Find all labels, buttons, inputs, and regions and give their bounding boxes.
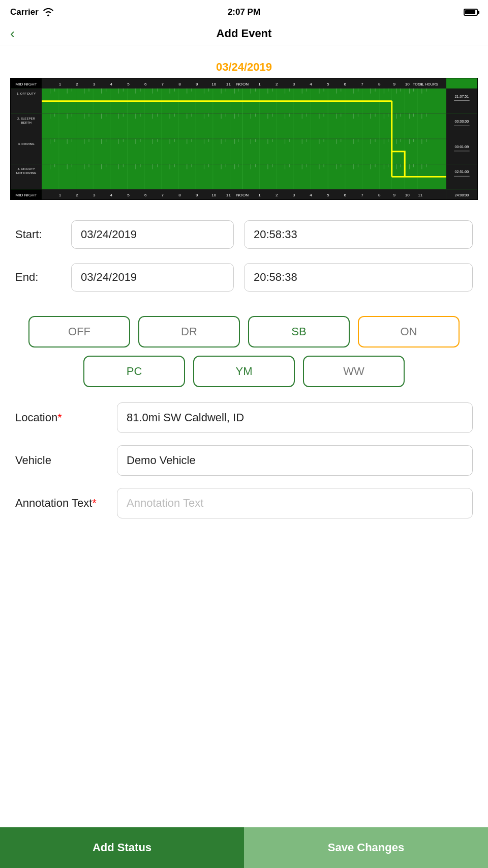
dr-button[interactable]: DR (138, 316, 240, 348)
add-status-button[interactable]: Add Status (0, 827, 244, 868)
svg-text:11: 11 (226, 193, 231, 197)
fields-section: Location* Vehicle Annotation Text* (0, 402, 488, 518)
vehicle-label: Vehicle (15, 454, 117, 467)
pc-button[interactable]: PC (83, 356, 185, 387)
svg-text:3: 3 (93, 193, 96, 197)
start-date-input[interactable] (71, 220, 234, 249)
svg-text:2: 2 (76, 82, 78, 86)
svg-text:6: 6 (144, 193, 147, 197)
ww-button[interactable]: WW (303, 356, 405, 387)
svg-text:9: 9 (393, 82, 396, 86)
svg-text:5: 5 (127, 82, 130, 86)
svg-text:MID NIGHT: MID NIGHT (15, 193, 37, 197)
annotation-input[interactable] (117, 488, 473, 518)
location-input[interactable] (117, 402, 473, 433)
back-button[interactable]: ‹ (10, 26, 15, 41)
svg-text:7: 7 (361, 82, 363, 86)
svg-text:3. DRIVING: 3. DRIVING (18, 142, 35, 146)
start-row: Start: (15, 220, 473, 249)
ym-button[interactable]: YM (193, 356, 295, 387)
svg-text:7: 7 (162, 82, 164, 86)
svg-text:8: 8 (378, 193, 381, 197)
svg-text:24:00:00: 24:00:00 (455, 193, 469, 197)
hos-chart: MID NIGHT TOTAL HOURS 1 2 3 4 5 6 7 8 9 … (10, 78, 478, 200)
svg-text:7: 7 (361, 193, 363, 197)
svg-text:1: 1 (258, 193, 261, 197)
svg-rect-258 (446, 89, 477, 114)
svg-text:5: 5 (327, 193, 329, 197)
save-changes-button[interactable]: Save Changes (244, 827, 488, 868)
svg-text:4: 4 (110, 82, 113, 86)
nav-bar: ‹ Add Event (0, 22, 488, 45)
start-time-input[interactable] (244, 220, 473, 249)
svg-text:2: 2 (76, 193, 78, 197)
location-row: Location* (15, 402, 473, 433)
svg-text:1: 1 (258, 82, 261, 86)
svg-text:6: 6 (144, 82, 147, 86)
annotation-row: Annotation Text* (15, 488, 473, 518)
end-date-input[interactable] (71, 263, 234, 292)
svg-text:8: 8 (378, 82, 381, 86)
svg-text:10: 10 (211, 82, 217, 86)
date-time-form: Start: End: (0, 210, 488, 316)
svg-text:00:00:00: 00:00:00 (455, 120, 469, 123)
svg-text:6: 6 (344, 193, 347, 197)
svg-text:21:07:51: 21:07:51 (455, 95, 469, 98)
svg-text:8: 8 (178, 82, 181, 86)
annotation-label: Annotation Text* (15, 497, 117, 510)
svg-text:5: 5 (127, 193, 130, 197)
hos-chart-svg: MID NIGHT TOTAL HOURS 1 2 3 4 5 6 7 8 9 … (11, 78, 477, 199)
svg-rect-267 (446, 164, 477, 190)
svg-text:4: 4 (310, 193, 312, 197)
end-time-input[interactable] (244, 263, 473, 292)
svg-text:TOTAL HOURS: TOTAL HOURS (413, 82, 438, 86)
svg-text:4: 4 (110, 193, 113, 197)
svg-text:1: 1 (59, 193, 62, 197)
vehicle-input[interactable] (117, 445, 473, 476)
status-carrier: Carrier (10, 7, 54, 17)
status-battery (464, 9, 478, 16)
svg-text:3: 3 (93, 82, 96, 86)
svg-text:8: 8 (178, 193, 181, 197)
status-buttons-row1: OFF DR SB ON (0, 316, 488, 348)
svg-text:3: 3 (293, 193, 295, 197)
chart-section: 03/24/2019 MID NIGHT TOTAL HOURS 1 2 3 4… (10, 61, 478, 200)
on-button[interactable]: ON (358, 316, 460, 348)
svg-text:3: 3 (293, 82, 295, 86)
end-row: End: (15, 263, 473, 292)
svg-text:NOON: NOON (236, 193, 249, 197)
svg-text:4: 4 (310, 82, 312, 86)
svg-text:7: 7 (162, 193, 164, 197)
svg-text:NOON: NOON (236, 82, 249, 86)
status-buttons-row2: PC YM WW (0, 356, 488, 387)
svg-rect-261 (446, 113, 477, 139)
svg-text:MID NIGHT: MID NIGHT (15, 82, 37, 86)
vehicle-row: Vehicle (15, 445, 473, 476)
svg-text:11: 11 (418, 82, 423, 86)
svg-text:9: 9 (196, 82, 198, 86)
battery-icon (464, 9, 478, 16)
svg-text:10: 10 (211, 193, 217, 197)
status-bar: Carrier 2:07 PM (0, 0, 488, 22)
svg-text:NOT DRIVING: NOT DRIVING (16, 171, 37, 175)
chart-date: 03/24/2019 (10, 61, 478, 74)
bottom-bar: Add Status Save Changes (0, 827, 488, 868)
svg-text:02:51:00: 02:51:00 (455, 170, 469, 174)
carrier-text: Carrier (10, 7, 39, 17)
start-label: Start: (15, 228, 71, 241)
svg-text:5: 5 (327, 82, 329, 86)
svg-text:4. ON DUTY: 4. ON DUTY (17, 168, 35, 171)
svg-text:9: 9 (196, 193, 198, 197)
svg-text:2: 2 (276, 82, 278, 86)
svg-text:9: 9 (393, 193, 396, 197)
svg-text:11: 11 (226, 82, 231, 86)
svg-text:00:01:09: 00:01:09 (455, 145, 469, 149)
end-label: End: (15, 271, 71, 284)
sb-button[interactable]: SB (248, 316, 350, 348)
svg-text:BERTH: BERTH (21, 121, 32, 124)
page-title: Add Event (217, 27, 272, 40)
svg-text:1. OFF DUTY: 1. OFF DUTY (17, 92, 36, 95)
svg-rect-264 (446, 139, 477, 164)
off-button[interactable]: OFF (28, 316, 130, 348)
wifi-icon (43, 8, 54, 16)
